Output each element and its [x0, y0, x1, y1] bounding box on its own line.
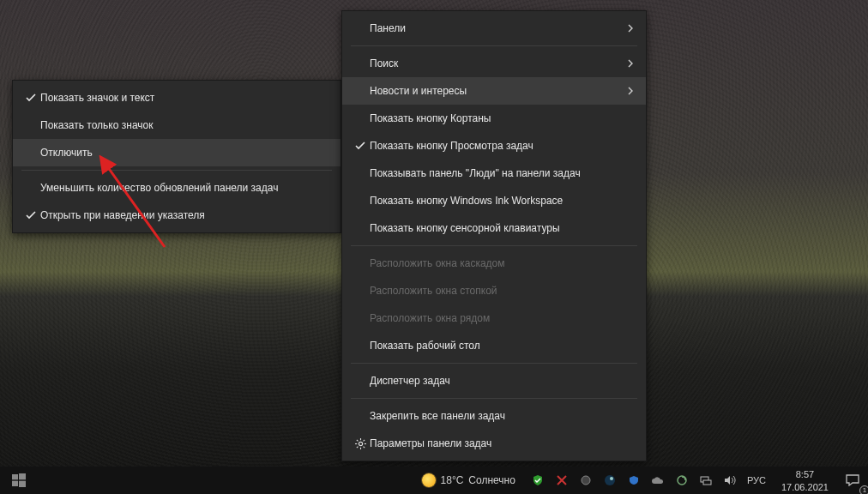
menu-item-label: Показать только значок: [40, 119, 315, 131]
menu-item-label: Параметры панели задач: [370, 437, 620, 449]
tray-onedrive-icon[interactable]: [651, 473, 665, 487]
svg-rect-12: [12, 481, 18, 486]
menu-item[interactable]: Показать значок и текст: [13, 84, 341, 111]
tray-cross-icon[interactable]: [555, 473, 569, 487]
tray-volume-icon[interactable]: [723, 473, 737, 487]
check-icon: [355, 142, 365, 150]
start-button[interactable]: [0, 467, 38, 494]
menu-item-label: Показать кнопку Windows Ink Workspace: [370, 195, 620, 207]
menu-item-label: Отключить: [40, 147, 315, 159]
taskbar: 18°C Солнечно РУС 8:5: [0, 467, 868, 494]
check-icon: [26, 93, 36, 102]
menu-item-label: Закрепить все панели задач: [370, 410, 620, 422]
menu-item-label: Уменьшить количество обновлений панели з…: [40, 182, 315, 194]
menu-separator: [351, 45, 637, 46]
menu-item-label: Расположить окна стопкой: [370, 285, 620, 297]
svg-line-8: [356, 446, 358, 448]
svg-line-5: [356, 439, 358, 441]
chevron-right-icon: [627, 24, 634, 33]
tray-app-icon-1[interactable]: [579, 473, 593, 487]
check-slot: [351, 142, 370, 150]
menu-item-label: Показать кнопку Просмотра задач: [370, 140, 620, 152]
svg-point-16: [610, 477, 613, 480]
chevron-right-icon: [627, 59, 634, 68]
windows-icon: [12, 473, 26, 487]
menu-item-label: Показать рабочий стол: [370, 340, 620, 352]
menu-item[interactable]: Уменьшить количество обновлений панели з…: [13, 174, 341, 202]
menu-item-label: Показать кнопку сенсорной клавиатуры: [370, 222, 620, 234]
menu-item[interactable]: Открыть при наведении указателя: [13, 202, 341, 229]
tray-action-icon[interactable]: [675, 473, 689, 487]
language-indicator[interactable]: РУС: [747, 475, 766, 485]
tray-network-icon[interactable]: [699, 473, 713, 487]
svg-rect-19: [703, 480, 711, 485]
svg-rect-13: [19, 481, 26, 487]
menu-item[interactable]: Показать кнопку Кортаны: [342, 105, 646, 132]
check-slot: [21, 211, 40, 220]
weather-widget[interactable]: 18°C Солнечно: [413, 473, 524, 487]
taskbar-clock[interactable]: 8:57 17.06.2021: [773, 468, 837, 493]
taskbar-context-menu: ПанелиПоискНовости и интересыПоказать кн…: [341, 10, 647, 461]
svg-point-15: [605, 475, 615, 485]
system-tray: РУС: [524, 473, 773, 487]
menu-separator: [351, 363, 637, 364]
gear-icon-slot: [351, 438, 370, 449]
chevron-right-icon: [627, 87, 634, 95]
menu-item[interactable]: Параметры панели задач: [342, 430, 646, 457]
menu-item[interactable]: Показать кнопку Windows Ink Workspace: [342, 187, 646, 214]
menu-item[interactable]: Показать рабочий стол: [342, 332, 646, 359]
menu-item[interactable]: Показать кнопку Просмотра задач: [342, 132, 646, 160]
notification-center-button[interactable]: 1: [837, 467, 868, 494]
weather-temperature: 18°C: [441, 474, 464, 486]
menu-item[interactable]: Показывать панель "Люди" на панели задач: [342, 160, 646, 187]
clock-time: 8:57: [781, 468, 829, 480]
menu-item[interactable]: Закрепить все панели задач: [342, 402, 646, 430]
notification-icon: [846, 474, 859, 486]
tray-defender-icon[interactable]: [627, 473, 641, 487]
menu-item[interactable]: Новости и интересы: [342, 77, 646, 105]
svg-point-0: [359, 442, 362, 445]
menu-separator: [351, 398, 637, 399]
menu-item[interactable]: Диспетчер задач: [342, 367, 646, 395]
menu-item-label: Открыть при наведении указателя: [40, 209, 315, 221]
menu-item[interactable]: Поиск: [342, 50, 646, 77]
submenu-arrow-slot: [620, 59, 634, 68]
gear-icon: [355, 438, 366, 449]
menu-item-label: Диспетчер задач: [370, 375, 620, 387]
svg-rect-11: [19, 473, 26, 479]
menu-item[interactable]: Показать кнопку сенсорной клавиатуры: [342, 214, 646, 242]
news-interests-submenu: Показать значок и текстПоказать только з…: [12, 80, 341, 233]
submenu-arrow-slot: [620, 87, 634, 95]
notification-badge: 1: [859, 485, 868, 494]
submenu-arrow-slot: [620, 24, 634, 33]
menu-item[interactable]: Отключить: [13, 139, 341, 166]
clock-date: 17.06.2021: [781, 481, 829, 493]
menu-item-label: Показывать панель "Люди" на панели задач: [370, 167, 620, 179]
menu-separator: [21, 170, 332, 171]
menu-item[interactable]: Показать только значок: [13, 111, 341, 139]
tray-shield-icon[interactable]: [531, 473, 545, 487]
menu-item-label: Поиск: [370, 57, 620, 69]
tray-steam-icon[interactable]: [603, 473, 617, 487]
svg-line-6: [363, 446, 365, 448]
menu-item[interactable]: Панели: [342, 15, 646, 42]
menu-item-label: Расположить окна рядом: [370, 312, 620, 324]
weather-condition: Солнечно: [468, 474, 515, 486]
svg-rect-10: [12, 474, 18, 479]
menu-item: Расположить окна рядом: [342, 304, 646, 332]
check-icon: [26, 211, 36, 220]
menu-item-label: Новости и интересы: [370, 85, 620, 97]
sun-icon: [422, 473, 436, 487]
menu-separator: [351, 245, 637, 246]
menu-item: Расположить окна каскадом: [342, 250, 646, 277]
menu-item-label: Показать значок и текст: [40, 92, 315, 104]
menu-item-label: Панели: [370, 22, 620, 34]
menu-item-label: Расположить окна каскадом: [370, 257, 620, 269]
check-slot: [21, 93, 40, 102]
svg-point-14: [582, 476, 590, 485]
svg-line-7: [363, 439, 365, 441]
menu-item-label: Показать кнопку Кортаны: [370, 112, 620, 124]
menu-item: Расположить окна стопкой: [342, 277, 646, 304]
